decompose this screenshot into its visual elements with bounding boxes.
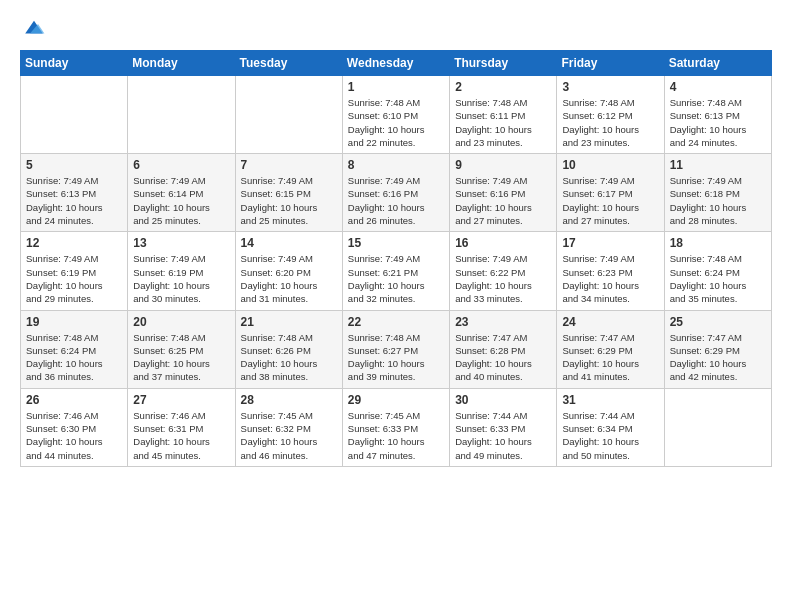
calendar-cell: 20Sunrise: 7:48 AM Sunset: 6:25 PM Dayli… [128,310,235,388]
day-info: Sunrise: 7:49 AM Sunset: 6:20 PM Dayligh… [241,252,337,305]
calendar-week-row: 1Sunrise: 7:48 AM Sunset: 6:10 PM Daylig… [21,76,772,154]
day-info: Sunrise: 7:46 AM Sunset: 6:31 PM Dayligh… [133,409,229,462]
calendar-week-row: 12Sunrise: 7:49 AM Sunset: 6:19 PM Dayli… [21,232,772,310]
calendar-cell: 1Sunrise: 7:48 AM Sunset: 6:10 PM Daylig… [342,76,449,154]
logo [20,16,46,40]
day-number: 7 [241,158,337,172]
day-info: Sunrise: 7:48 AM Sunset: 6:24 PM Dayligh… [670,252,766,305]
day-number: 9 [455,158,551,172]
day-number: 30 [455,393,551,407]
calendar-cell: 14Sunrise: 7:49 AM Sunset: 6:20 PM Dayli… [235,232,342,310]
day-number: 27 [133,393,229,407]
day-info: Sunrise: 7:49 AM Sunset: 6:16 PM Dayligh… [348,174,444,227]
day-number: 14 [241,236,337,250]
day-number: 29 [348,393,444,407]
calendar-cell: 25Sunrise: 7:47 AM Sunset: 6:29 PM Dayli… [664,310,771,388]
calendar-cell: 4Sunrise: 7:48 AM Sunset: 6:13 PM Daylig… [664,76,771,154]
day-info: Sunrise: 7:44 AM Sunset: 6:34 PM Dayligh… [562,409,658,462]
day-number: 13 [133,236,229,250]
weekday-header-wednesday: Wednesday [342,51,449,76]
day-info: Sunrise: 7:49 AM Sunset: 6:21 PM Dayligh… [348,252,444,305]
logo-icon [22,16,46,40]
calendar-cell: 3Sunrise: 7:48 AM Sunset: 6:12 PM Daylig… [557,76,664,154]
calendar-cell: 15Sunrise: 7:49 AM Sunset: 6:21 PM Dayli… [342,232,449,310]
day-info: Sunrise: 7:48 AM Sunset: 6:13 PM Dayligh… [670,96,766,149]
calendar-cell: 17Sunrise: 7:49 AM Sunset: 6:23 PM Dayli… [557,232,664,310]
weekday-header-friday: Friday [557,51,664,76]
calendar-cell: 12Sunrise: 7:49 AM Sunset: 6:19 PM Dayli… [21,232,128,310]
day-info: Sunrise: 7:49 AM Sunset: 6:15 PM Dayligh… [241,174,337,227]
day-info: Sunrise: 7:49 AM Sunset: 6:14 PM Dayligh… [133,174,229,227]
day-number: 23 [455,315,551,329]
day-number: 26 [26,393,122,407]
calendar-cell: 24Sunrise: 7:47 AM Sunset: 6:29 PM Dayli… [557,310,664,388]
day-info: Sunrise: 7:44 AM Sunset: 6:33 PM Dayligh… [455,409,551,462]
day-info: Sunrise: 7:48 AM Sunset: 6:10 PM Dayligh… [348,96,444,149]
day-info: Sunrise: 7:48 AM Sunset: 6:24 PM Dayligh… [26,331,122,384]
calendar-week-row: 19Sunrise: 7:48 AM Sunset: 6:24 PM Dayli… [21,310,772,388]
day-number: 2 [455,80,551,94]
day-number: 6 [133,158,229,172]
day-info: Sunrise: 7:47 AM Sunset: 6:28 PM Dayligh… [455,331,551,384]
day-number: 5 [26,158,122,172]
weekday-header-sunday: Sunday [21,51,128,76]
calendar-cell: 9Sunrise: 7:49 AM Sunset: 6:16 PM Daylig… [450,154,557,232]
day-number: 10 [562,158,658,172]
day-info: Sunrise: 7:49 AM Sunset: 6:13 PM Dayligh… [26,174,122,227]
day-info: Sunrise: 7:49 AM Sunset: 6:17 PM Dayligh… [562,174,658,227]
day-number: 11 [670,158,766,172]
calendar-cell: 6Sunrise: 7:49 AM Sunset: 6:14 PM Daylig… [128,154,235,232]
calendar-cell: 7Sunrise: 7:49 AM Sunset: 6:15 PM Daylig… [235,154,342,232]
day-info: Sunrise: 7:49 AM Sunset: 6:19 PM Dayligh… [26,252,122,305]
day-info: Sunrise: 7:45 AM Sunset: 6:33 PM Dayligh… [348,409,444,462]
day-number: 12 [26,236,122,250]
page: SundayMondayTuesdayWednesdayThursdayFrid… [0,0,792,612]
calendar-cell: 8Sunrise: 7:49 AM Sunset: 6:16 PM Daylig… [342,154,449,232]
day-info: Sunrise: 7:47 AM Sunset: 6:29 PM Dayligh… [562,331,658,384]
day-info: Sunrise: 7:49 AM Sunset: 6:23 PM Dayligh… [562,252,658,305]
calendar-cell: 23Sunrise: 7:47 AM Sunset: 6:28 PM Dayli… [450,310,557,388]
day-info: Sunrise: 7:48 AM Sunset: 6:27 PM Dayligh… [348,331,444,384]
day-info: Sunrise: 7:47 AM Sunset: 6:29 PM Dayligh… [670,331,766,384]
day-number: 17 [562,236,658,250]
calendar-cell: 22Sunrise: 7:48 AM Sunset: 6:27 PM Dayli… [342,310,449,388]
day-number: 16 [455,236,551,250]
day-number: 18 [670,236,766,250]
day-info: Sunrise: 7:49 AM Sunset: 6:22 PM Dayligh… [455,252,551,305]
calendar-cell: 13Sunrise: 7:49 AM Sunset: 6:19 PM Dayli… [128,232,235,310]
day-number: 1 [348,80,444,94]
calendar-cell: 28Sunrise: 7:45 AM Sunset: 6:32 PM Dayli… [235,388,342,466]
day-number: 31 [562,393,658,407]
day-info: Sunrise: 7:46 AM Sunset: 6:30 PM Dayligh… [26,409,122,462]
calendar-week-row: 26Sunrise: 7:46 AM Sunset: 6:30 PM Dayli… [21,388,772,466]
calendar-cell: 11Sunrise: 7:49 AM Sunset: 6:18 PM Dayli… [664,154,771,232]
day-info: Sunrise: 7:49 AM Sunset: 6:16 PM Dayligh… [455,174,551,227]
day-number: 28 [241,393,337,407]
day-info: Sunrise: 7:45 AM Sunset: 6:32 PM Dayligh… [241,409,337,462]
weekday-header-tuesday: Tuesday [235,51,342,76]
calendar-cell: 29Sunrise: 7:45 AM Sunset: 6:33 PM Dayli… [342,388,449,466]
day-number: 20 [133,315,229,329]
day-info: Sunrise: 7:48 AM Sunset: 6:12 PM Dayligh… [562,96,658,149]
calendar-cell: 31Sunrise: 7:44 AM Sunset: 6:34 PM Dayli… [557,388,664,466]
day-number: 22 [348,315,444,329]
day-number: 15 [348,236,444,250]
calendar-cell: 26Sunrise: 7:46 AM Sunset: 6:30 PM Dayli… [21,388,128,466]
day-number: 4 [670,80,766,94]
calendar-cell [235,76,342,154]
calendar-cell: 5Sunrise: 7:49 AM Sunset: 6:13 PM Daylig… [21,154,128,232]
calendar-cell: 21Sunrise: 7:48 AM Sunset: 6:26 PM Dayli… [235,310,342,388]
day-info: Sunrise: 7:49 AM Sunset: 6:19 PM Dayligh… [133,252,229,305]
calendar-cell: 16Sunrise: 7:49 AM Sunset: 6:22 PM Dayli… [450,232,557,310]
day-number: 21 [241,315,337,329]
calendar-cell: 30Sunrise: 7:44 AM Sunset: 6:33 PM Dayli… [450,388,557,466]
weekday-header-saturday: Saturday [664,51,771,76]
calendar-cell: 18Sunrise: 7:48 AM Sunset: 6:24 PM Dayli… [664,232,771,310]
calendar-cell: 19Sunrise: 7:48 AM Sunset: 6:24 PM Dayli… [21,310,128,388]
calendar-cell: 10Sunrise: 7:49 AM Sunset: 6:17 PM Dayli… [557,154,664,232]
day-info: Sunrise: 7:49 AM Sunset: 6:18 PM Dayligh… [670,174,766,227]
day-info: Sunrise: 7:48 AM Sunset: 6:26 PM Dayligh… [241,331,337,384]
calendar-table: SundayMondayTuesdayWednesdayThursdayFrid… [20,50,772,467]
day-info: Sunrise: 7:48 AM Sunset: 6:11 PM Dayligh… [455,96,551,149]
calendar-cell: 27Sunrise: 7:46 AM Sunset: 6:31 PM Dayli… [128,388,235,466]
